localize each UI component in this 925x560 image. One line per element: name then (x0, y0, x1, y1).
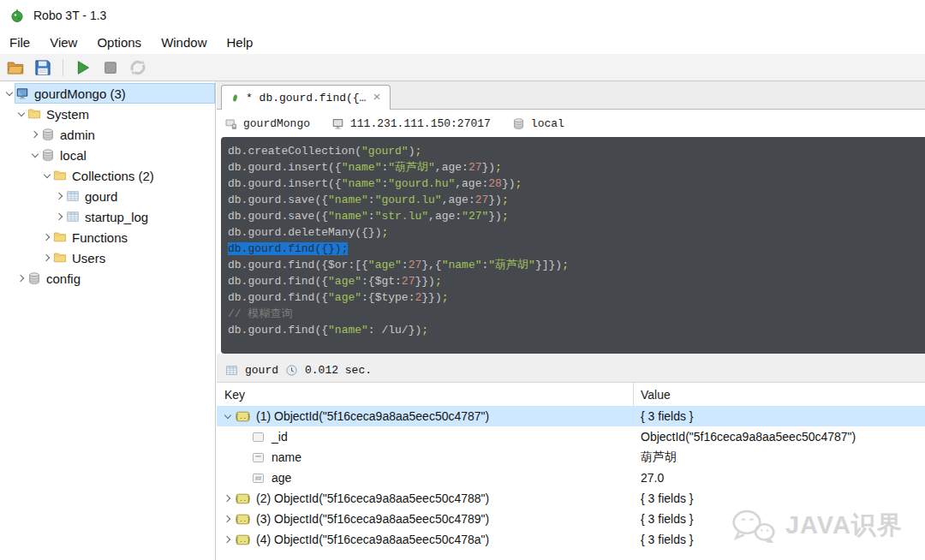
sidebar-item-users[interactable]: Users (0, 247, 215, 268)
sidebar-item-gourdmongo-3[interactable]: gourdMongo (3) (0, 83, 215, 104)
table-row[interactable]: {..}(3) ObjectId("5f16ceca9a8aa5eec50c47… (217, 509, 925, 529)
save-button[interactable] (33, 57, 53, 78)
row-value: 葫芦胡 (634, 450, 925, 465)
sidebar-item-local[interactable]: local (0, 145, 215, 165)
play-icon (75, 59, 92, 76)
execute-button[interactable] (73, 57, 93, 78)
sidebar-item-startup-log[interactable]: startup_log (0, 206, 215, 227)
document-icon: {..} (236, 514, 250, 525)
folder-icon (53, 169, 67, 182)
chevron-right-icon[interactable] (222, 514, 233, 525)
svg-text:{..}: {..} (236, 413, 250, 420)
query-editor[interactable]: db.createCollection("gourd");db.gourd.in… (221, 137, 925, 354)
chevron-right-icon[interactable] (54, 191, 65, 202)
table-body: {..}(1) ObjectId("5f16ceca9a8aa5eec50c47… (217, 406, 925, 550)
tree-item-label: gourd (85, 189, 117, 204)
table-icon (66, 210, 80, 223)
column-value: Value (634, 388, 925, 402)
table-header: Key Value (217, 383, 925, 406)
chevron-right-icon[interactable] (222, 493, 233, 504)
svg-text:##: ## (255, 475, 262, 481)
gears-icon (129, 59, 146, 76)
row-value: 27.0 (634, 471, 925, 485)
code-line: db.gourd.save({"name":"gourd.lu",age:27}… (228, 192, 918, 208)
code-line: db.gourd.find({}); (228, 241, 918, 257)
chevron-right-icon[interactable] (29, 129, 40, 140)
chevron-right-icon[interactable] (222, 534, 233, 545)
result-table: Key Value {..}(1) ObjectId("5f16ceca9a8a… (217, 383, 925, 560)
clock-icon (285, 364, 298, 377)
host-icon (331, 117, 344, 130)
code-line: db.gourd.find({"age":{$gt:27}}); (228, 273, 918, 289)
breadcrumb-local: local (512, 117, 564, 130)
table-row[interactable]: ""name葫芦胡 (217, 447, 925, 468)
chevron-right-icon[interactable] (41, 253, 52, 264)
breadcrumb-label: 111.231.111.150:27017 (350, 117, 491, 130)
document-icon: {..} (236, 534, 250, 545)
table-row[interactable]: {..}(1) ObjectId("5f16ceca9a8aa5eec50c47… (217, 406, 925, 426)
stop-square-icon (102, 59, 119, 76)
svg-text:{..}: {..} (236, 515, 250, 523)
main-panel: * db.gourd.find({… × gourdMongo111.231.1… (217, 81, 925, 560)
sidebar-item-system[interactable]: System (0, 104, 215, 124)
chevron-down-icon[interactable] (3, 88, 15, 99)
table-row[interactable]: _idObjectId("5f16ceca9a8aa5eec50c4787") (217, 426, 925, 447)
menu-window[interactable]: Window (158, 33, 209, 51)
row-key: _id (272, 430, 288, 444)
server-icon (15, 86, 29, 100)
code-line: // 模糊查询 (228, 306, 918, 322)
chevron-right-icon[interactable] (41, 232, 52, 243)
field-object-icon (251, 432, 266, 443)
menu-view[interactable]: View (47, 33, 80, 51)
document-icon: {..} (236, 411, 250, 422)
chevron-down-icon[interactable] (41, 170, 52, 182)
row-value: { 3 fields } (634, 533, 925, 546)
open-file-button[interactable] (5, 57, 26, 78)
row-value: { 3 fields } (634, 491, 925, 505)
tree-item-label: gourdMongo (3) (34, 86, 126, 101)
orientation-button[interactable] (128, 57, 148, 78)
tab-query[interactable]: * db.gourd.find({… × (221, 85, 391, 110)
table-row[interactable]: ##age27.0 (217, 468, 925, 488)
breadcrumb: gourdMongo111.231.111.150:27017local (217, 110, 925, 137)
robo-logo-icon (9, 8, 25, 23)
chevron-right-icon[interactable] (54, 211, 65, 223)
chevron-down-icon[interactable] (29, 150, 40, 161)
row-key: (2) ObjectId("5f16ceca9a8aa5eec50c4788") (256, 491, 489, 505)
menu-file[interactable]: File (7, 33, 33, 51)
row-key: (4) ObjectId("5f16ceca9a8aa5eec50c478a") (256, 533, 489, 546)
sidebar-item-gourd[interactable]: gourd (0, 186, 215, 206)
sidebar-item-admin[interactable]: admin (0, 124, 215, 145)
chevron-down-icon[interactable] (222, 411, 233, 422)
code-line: db.gourd.deleteMany({}); (228, 224, 918, 241)
result-header: gourd 0.012 sec. (217, 359, 925, 383)
menu-options[interactable]: Options (94, 33, 144, 51)
selected-code-line: db.gourd.find({}); (228, 242, 348, 255)
breadcrumb-111-231-111-150-27017: 111.231.111.150:27017 (331, 117, 491, 130)
leaf-icon (230, 92, 240, 104)
result-time: 0.012 sec. (305, 364, 372, 377)
code-line: db.gourd.save({"name":"str.lu",age:"27"}… (228, 208, 918, 224)
table-row[interactable]: {..}(4) ObjectId("5f16ceca9a8aa5eec50c47… (217, 529, 925, 550)
svg-text:"": "" (255, 453, 260, 462)
sidebar-item-functions[interactable]: Functions (0, 227, 215, 247)
sidebar-item-config[interactable]: config (0, 268, 215, 289)
svg-text:{..}: {..} (236, 536, 250, 544)
chevron-right-icon[interactable] (15, 273, 27, 284)
tree-item-label: startup_log (85, 210, 148, 224)
toolbar (0, 54, 925, 81)
row-key: (3) ObjectId("5f16ceca9a8aa5eec50c4789") (256, 512, 489, 526)
stop-button[interactable] (100, 57, 121, 78)
table-icon (225, 364, 238, 377)
svg-text:{..}: {..} (236, 495, 250, 503)
breadcrumb-label: gourdMongo (243, 117, 310, 130)
close-icon[interactable]: × (372, 92, 381, 104)
tab-title: * db.gourd.find({… (246, 92, 366, 104)
menu-help[interactable]: Help (224, 33, 255, 51)
folder-icon (27, 107, 41, 121)
chevron-down-icon[interactable] (15, 109, 27, 120)
sidebar-item-collections-2[interactable]: Collections (2) (0, 165, 215, 186)
table-row[interactable]: {..}(2) ObjectId("5f16ceca9a8aa5eec50c47… (217, 488, 925, 509)
tree-item-label: Collections (2) (72, 169, 154, 183)
result-collection: gourd (245, 364, 278, 377)
